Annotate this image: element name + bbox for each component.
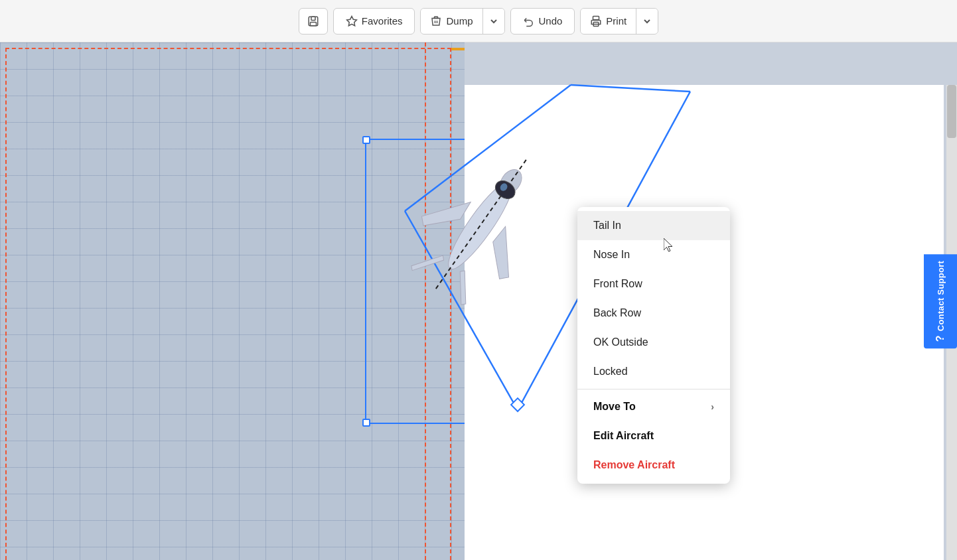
selection-handle-bl[interactable] [362,419,370,427]
chevron-right-icon: › [711,401,714,412]
toolbar: Favorites Dump Undo [0,0,957,42]
menu-item-edit-aircraft[interactable]: Edit Aircraft [577,421,730,451]
tail-in-label: Tail In [593,220,621,232]
svg-rect-4 [593,16,599,19]
menu-item-front-row[interactable]: Front Row [577,269,730,299]
nose-in-label: Nose In [593,249,630,261]
edit-aircraft-label: Edit Aircraft [593,430,654,442]
svg-line-6 [571,85,690,92]
contact-support-button[interactable]: ? Contact Support [924,254,957,348]
chevron-down-icon [490,17,498,25]
dump-dropdown: Dump [420,8,504,35]
star-icon [346,15,358,27]
front-row-label: Front Row [593,278,642,290]
svg-rect-2 [310,22,316,25]
dump-label: Dump [446,15,473,27]
ok-outside-label: OK Outside [593,336,648,348]
contact-support-wrapper: ? Contact Support [924,254,957,348]
chevron-down-icon [643,17,651,25]
menu-item-locked[interactable]: Locked [577,357,730,386]
undo-icon [523,15,535,27]
red-border-left [5,48,7,560]
grid-canvas [0,42,465,560]
menu-item-remove-aircraft[interactable]: Remove Aircraft [577,451,730,480]
menu-item-back-row[interactable]: Back Row [577,299,730,328]
undo-label: Undo [539,15,563,27]
print-label: Print [606,15,626,27]
canvas-area[interactable]: N/A Tail In Nose In Front Row Back Row O… [0,42,957,560]
scrollbar-thumb[interactable] [947,85,956,138]
contact-support-label: Contact Support [936,261,946,331]
remove-aircraft-label: Remove Aircraft [593,459,675,471]
locked-label: Locked [593,366,628,378]
back-row-label: Back Row [593,307,641,319]
svg-rect-1 [311,17,315,20]
svg-marker-3 [346,16,356,25]
question-icon: ? [934,335,946,342]
menu-item-nose-in[interactable]: Nose In [577,240,730,269]
red-border-top [5,48,451,49]
selection-handle-tl[interactable] [362,136,370,144]
dump-arrow[interactable] [483,9,504,34]
undo-button[interactable]: Undo [510,8,575,35]
print-dropdown: Print [580,8,658,35]
move-to-label: Move To [593,401,636,413]
context-menu: Tail In Nose In Front Row Back Row OK Ou… [577,207,730,484]
favorites-button[interactable]: Favorites [333,8,415,35]
menu-item-tail-in[interactable]: Tail In [577,211,730,240]
menu-item-move-to[interactable]: Move To › [577,392,730,421]
print-button[interactable]: Print [581,9,636,34]
print-icon [590,15,602,27]
dump-icon [430,15,442,27]
menu-item-ok-outside[interactable]: OK Outside [577,328,730,357]
menu-divider-1 [577,389,730,389]
save-icon [307,15,319,27]
favorites-label: Favorites [362,15,403,27]
print-arrow[interactable] [636,9,658,34]
save-button[interactable] [299,8,328,35]
orange-edge [451,48,465,50]
dump-button[interactable]: Dump [421,9,482,34]
